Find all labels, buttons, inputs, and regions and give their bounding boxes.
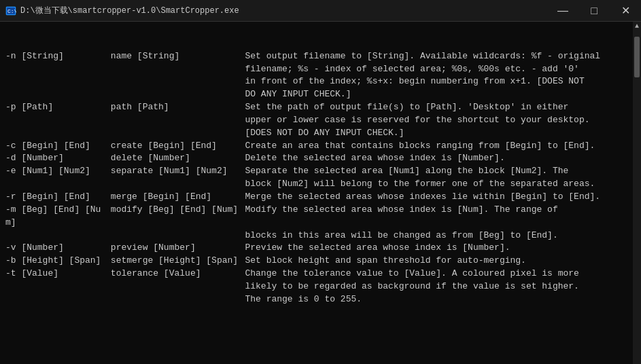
cmd-long <box>111 63 245 76</box>
cmd-desc: Set output filename to [String]. Availab… <box>245 50 627 63</box>
vertical-scrollbar[interactable]: ▲ <box>633 22 641 364</box>
blank-line-1 <box>5 331 627 341</box>
cmd-desc: upper or lower case is reserved for the … <box>245 114 627 127</box>
console-area: -n [String]name [String]Set output filen… <box>0 22 633 364</box>
cmd-short: -p [Path] <box>5 101 111 114</box>
cmd-long: modify [Beg] [End] [Num] <box>111 204 245 230</box>
cmd-short: -e [Num1] [Num2] <box>5 165 111 178</box>
cmd-long: merge [Begin] [End] <box>111 191 245 204</box>
cmd-desc: Change the tolerance value to [Value]. A… <box>245 268 627 280</box>
maximize-button[interactable]: □ <box>578 0 610 22</box>
close-button[interactable]: ✕ <box>610 0 641 22</box>
console-wrapper: -n [String]name [String]Set output filen… <box>0 22 641 364</box>
cmd-long: create [Begin] [End] <box>111 140 245 153</box>
table-row: -b [Height] [Span]setmerge [Height] [Spa… <box>5 255 627 268</box>
cmd-short <box>5 88 111 101</box>
cmd-desc: Set block height and span threshold for … <box>245 255 627 268</box>
table-row: -r [Begin] [End]merge [Begin] [End]Merge… <box>5 191 627 204</box>
cmd-short <box>5 293 111 306</box>
cmd-long <box>111 75 245 88</box>
table-row: DO ANY INPUT CHECK.] <box>5 88 627 101</box>
cmd-short <box>5 63 111 76</box>
cmd-long: name [String] <box>111 50 245 63</box>
cmd-short: -v [Number] <box>5 242 111 255</box>
table-row: -t [Value]tolerance [Value]Change the to… <box>5 268 627 280</box>
terminal-icon: C:\ <box>5 5 16 16</box>
cmd-desc: likely to be regarded as background if t… <box>245 280 627 293</box>
cmd-desc: The range is 0 to 255. <box>245 293 627 306</box>
title-bar: C:\ D:\微当下载\smartcropper-v1.0\SmartCropp… <box>0 0 641 22</box>
table-row: -p [Path]path [Path]Set the path of outp… <box>5 101 627 114</box>
commands-table: -n [String]name [String]Set output filen… <box>5 50 627 306</box>
cmd-short: -r [Begin] [End] <box>5 191 111 204</box>
window-controls[interactable]: — □ ✕ <box>547 0 641 22</box>
cmd-desc: Modify the selected area whose index is … <box>245 204 627 230</box>
cmd-desc: Delete the selected area whose index is … <box>245 152 627 165</box>
cmd-short <box>5 127 111 140</box>
table-row: The range is 0 to 255. <box>5 293 627 306</box>
table-row: blocks in this area will be changed as f… <box>5 230 627 242</box>
console-content: -n [String]name [String]Set output filen… <box>0 22 633 364</box>
cmd-long <box>111 230 245 242</box>
table-row: -m [Beg] [End] [Num]modify [Beg] [End] [… <box>5 204 627 230</box>
cmd-short: -d [Number] <box>5 152 111 165</box>
cmd-long: separate [Num1] [Num2] <box>111 165 245 178</box>
cmd-long <box>111 293 245 306</box>
cmd-desc: [DOES NOT DO ANY INPUT CHECK.] <box>245 127 627 140</box>
cmd-desc: Merge the selected areas whose indexes l… <box>245 191 627 204</box>
cmd-short <box>5 114 111 127</box>
cmd-short: -m [Beg] [End] [Num] <box>5 204 111 230</box>
cmd-long: delete [Number] <box>111 152 245 165</box>
title-bar-left: C:\ D:\微当下载\smartcropper-v1.0\SmartCropp… <box>5 5 239 16</box>
cmd-long <box>111 88 245 101</box>
cmd-desc: Create an area that contains blocks rang… <box>245 140 627 153</box>
window: C:\ D:\微当下载\smartcropper-v1.0\SmartCropp… <box>0 0 641 364</box>
table-row: [DOES NOT DO ANY INPUT CHECK.] <box>5 127 627 140</box>
cmd-desc: Separate the selected area [Num1] along … <box>245 165 627 178</box>
cmd-long: path [Path] <box>111 101 245 114</box>
cmd-short: -b [Height] [Span] <box>5 255 111 268</box>
cmd-long <box>111 178 245 191</box>
svg-text:C:\: C:\ <box>7 8 16 14</box>
cmd-short <box>5 75 111 88</box>
title-text: D:\微当下载\smartcropper-v1.0\SmartCropper.e… <box>20 5 239 16</box>
cmd-desc: filename; %s - index of selected area; %… <box>245 63 627 76</box>
cmd-desc: block [Num2] will belong to the former o… <box>245 178 627 191</box>
cmd-long: tolerance [Value] <box>111 268 245 280</box>
cmd-long: setmerge [Height] [Span] <box>111 255 245 268</box>
cmd-desc: in front of the index; %s+x: begin numbe… <box>245 75 627 88</box>
cmd-desc: DO ANY INPUT CHECK.] <box>245 88 627 101</box>
cmd-long: preview [Number] <box>111 242 245 255</box>
cmd-short <box>5 178 111 191</box>
cmd-short <box>5 230 111 242</box>
cmd-short: -n [String] <box>5 50 111 63</box>
scroll-up-arrow[interactable]: ▲ <box>635 23 639 30</box>
cmd-short: -c [Begin] [End] <box>5 140 111 153</box>
cmd-long <box>111 114 245 127</box>
cmd-desc: Preview the selected area whose index is… <box>245 242 627 255</box>
table-row: -c [Begin] [End]create [Begin] [End]Crea… <box>5 140 627 153</box>
cmd-long <box>111 127 245 140</box>
table-row: filename; %s - index of selected area; %… <box>5 63 627 76</box>
table-row: block [Num2] will belong to the former o… <box>5 178 627 191</box>
table-row: -v [Number]preview [Number]Preview the s… <box>5 242 627 255</box>
table-row: likely to be regarded as background if t… <box>5 280 627 293</box>
cmd-desc: blocks in this area will be changed as f… <box>245 230 627 242</box>
cmd-desc: Set the path of output file(s) to [Path]… <box>245 101 627 114</box>
table-row: upper or lower case is reserved for the … <box>5 114 627 127</box>
table-row: in front of the index; %s+x: begin numbe… <box>5 75 627 88</box>
table-row: -d [Number]delete [Number]Delete the sel… <box>5 152 627 165</box>
cmd-long <box>111 280 245 293</box>
cmd-short <box>5 280 111 293</box>
table-row: -n [String]name [String]Set output filen… <box>5 50 627 63</box>
scrollbar-thumb[interactable] <box>634 37 640 77</box>
cmd-short: -t [Value] <box>5 268 111 280</box>
minimize-button[interactable]: — <box>547 0 578 22</box>
table-row: -e [Num1] [Num2]separate [Num1] [Num2]Se… <box>5 165 627 178</box>
